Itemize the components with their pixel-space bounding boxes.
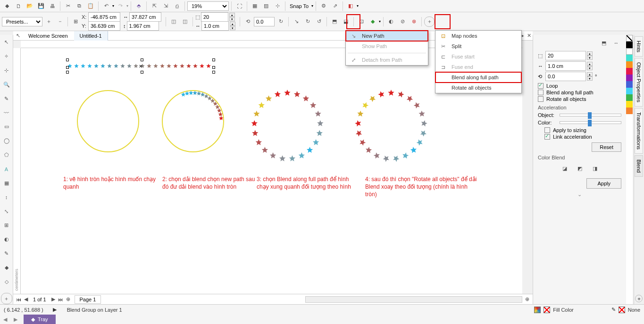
snap-label[interactable]: Snap To [288,3,310,9]
loop-checkbox[interactable] [538,83,544,89]
dimension-tool-icon[interactable]: ↕ [1,191,12,203]
tab-pick-icon[interactable]: ↖ [13,32,23,40]
rectangle-tool-icon[interactable]: ▭ [1,121,12,133]
new-icon[interactable]: 🗋 [13,1,24,11]
menu-new-path[interactable]: ↘New Path [346,31,428,41]
map-nodes-icon[interactable]: ⊡ [356,17,367,27]
x-input[interactable] [88,12,120,22]
menu-map-nodes[interactable]: ⊡Map nodes [435,31,521,41]
docker-hints[interactable]: Hints [635,36,643,57]
page-tab[interactable]: Page 1 [75,295,101,304]
path-options-icon[interactable]: ⊘ [397,17,408,27]
blend-row-selected[interactable]: ✕ [68,60,213,72]
ccw-color-icon[interactable]: ◨ [590,163,600,174]
blend-spacing-icon[interactable]: ◫ [180,17,190,27]
link-accel-checkbox[interactable] [544,134,550,140]
show-guides-icon[interactable]: ⊹ [272,1,283,11]
eyedropper-tool-icon[interactable]: ✎ [1,248,12,259]
h-input[interactable] [127,21,159,31]
w-input[interactable] [129,12,161,22]
art-media-icon[interactable]: 〰 [1,107,12,118]
blend-objects-icon[interactable]: ◫ [168,17,179,27]
options-icon[interactable]: ⚙ [318,1,329,11]
menu-blend-along-full-path[interactable]: Blend along full path [435,72,521,83]
docker-blend[interactable]: Blend [635,155,643,177]
copy-blend-icon[interactable]: ⊗ [409,17,419,27]
lock-ratio-icon[interactable]: ⊞ [70,17,81,27]
paste-icon[interactable]: 📋 [85,1,96,11]
copy-icon[interactable]: ⧉ [74,1,84,11]
direct-blend-icon[interactable]: ↘ [291,17,301,27]
table-tool-icon[interactable]: ▦ [1,177,12,189]
page-add-icon[interactable]: ⊕ [65,294,72,305]
direct-color-icon[interactable]: ◪ [560,163,570,174]
fill-tool-icon[interactable]: ◆ [1,262,12,274]
tab-untitled[interactable]: Untitled-1 [74,31,108,41]
ellipse-tool-icon[interactable]: ◯ [1,135,12,147]
accel-sizing-icon[interactable]: ⬓ [341,17,351,27]
fill-indicator[interactable]: Fill Color [534,307,573,313]
rotate-all-checkbox[interactable] [538,96,544,102]
hscrollbar[interactable] [305,296,522,303]
object-slider[interactable] [560,114,621,116]
menu-rotate-all[interactable]: Rotate all objects [435,83,521,93]
y-input[interactable] [88,21,120,31]
outline-indicator[interactable]: ✎ None [611,307,640,313]
cut-icon[interactable]: ✂ [63,1,73,11]
tab-welcome[interactable]: Welcome Screen [23,31,74,41]
text-tool-icon[interactable]: A [1,164,12,175]
print-icon[interactable]: 🖶 [47,1,58,11]
page-prev-icon[interactable]: ◀ [23,294,29,305]
color-palette[interactable] [626,35,633,304]
freehand-tool-icon[interactable]: ✎ [1,93,12,104]
undo-icon[interactable]: ↶ [101,1,111,11]
cw-color-icon[interactable]: ◩ [575,163,585,174]
zoom-select[interactable]: 19% [187,1,229,11]
tray-tab[interactable]: ◆Tray [24,315,56,324]
docker-objprop[interactable]: Object Properties [635,58,643,107]
apply-sizing-checkbox[interactable] [544,127,550,133]
smart-fill-tool-icon[interactable]: ◇ [1,276,12,287]
effects-tool-icon[interactable]: ⊞ [1,220,12,231]
save-icon[interactable]: 💾 [36,1,46,11]
clear-blend-icon[interactable]: ＋ [424,17,435,27]
docker-rot-input[interactable] [545,72,586,81]
open-icon[interactable]: 📂 [25,1,35,11]
reset-button[interactable]: Reset [592,142,621,152]
connector-tool-icon[interactable]: ⤡ [1,206,12,217]
launch-icon[interactable]: ⇗ [330,1,340,11]
presets-select[interactable]: Presets... [2,17,42,26]
blend-full-checkbox[interactable] [538,90,544,95]
show-grid-icon[interactable]: ▨ [261,1,271,11]
show-rulers-icon[interactable]: ▦ [250,1,260,11]
accel-objects-icon[interactable]: ⬒ [329,17,340,27]
page-last-icon[interactable]: ⏭ [58,294,64,305]
counterclockwise-blend-icon[interactable]: ↺ [314,17,324,27]
docker-steps-input[interactable] [545,51,586,60]
remove-preset-icon[interactable]: － [55,17,65,27]
docker-add-icon[interactable]: ＋ [635,295,643,302]
crop-tool-icon[interactable]: ⊹ [1,65,12,76]
apply-button[interactable]: Apply [586,178,621,189]
redo-icon[interactable]: ↷ [115,1,125,11]
shape-tool-icon[interactable]: ✧ [1,51,12,62]
fullscreen-icon[interactable]: ⛶ [234,1,244,11]
blend-steps-input[interactable] [201,12,228,22]
docker-spacing-input[interactable] [545,61,586,71]
page-first-icon[interactable]: ⏮ [15,294,22,305]
blend-spacing-input[interactable] [201,21,229,31]
import-icon[interactable]: ⬘ [134,1,144,11]
polygon-tool-icon[interactable]: ⬠ [1,150,12,161]
loop-icon[interactable]: ↻ [276,17,286,27]
docker-expand-icon[interactable]: ↔ [611,38,621,48]
pick-tool-icon[interactable]: ↖ [1,37,12,48]
add-preset-icon[interactable]: ＋ [43,17,54,27]
clockwise-blend-icon[interactable]: ↻ [302,17,313,27]
more-blend-icon[interactable]: ◆ [368,17,378,27]
page-next-icon[interactable]: ▶ [50,294,57,305]
zoom-tool-icon[interactable]: 🔍 [1,79,12,91]
blend-direction-icon[interactable]: ⟲ [243,17,253,27]
export-icon[interactable]: ⇱ [149,1,159,11]
docker-steps-icon[interactable]: ⬒ [599,38,609,48]
transparency-tool-icon[interactable]: ◐ [1,234,12,245]
